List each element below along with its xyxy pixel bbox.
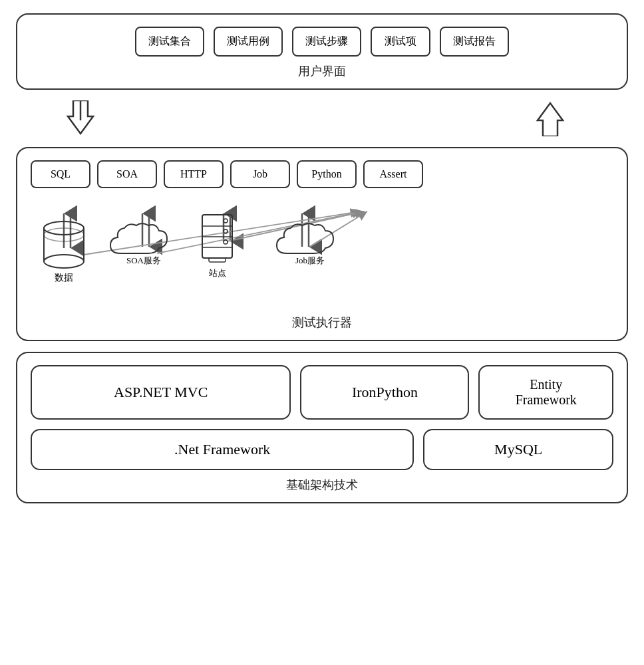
box-soa: SOA bbox=[97, 160, 157, 188]
executor-boxes-row: SQL SOA HTTP Job Python Assert bbox=[31, 160, 613, 188]
soa-cloud: SOA服务 bbox=[107, 220, 180, 267]
arrow-down-left bbox=[63, 100, 98, 136]
svg-point-30 bbox=[224, 219, 228, 223]
svg-point-24 bbox=[44, 255, 84, 268]
job-cloud: Job服务 bbox=[273, 220, 347, 267]
box-test-case: 测试用例 bbox=[214, 27, 283, 57]
infra-mysql: MySQL bbox=[423, 429, 613, 470]
svg-marker-3 bbox=[538, 103, 563, 136]
box-http: HTTP bbox=[164, 160, 224, 188]
box-job: Job bbox=[230, 160, 290, 188]
box-sql: SQL bbox=[31, 160, 90, 188]
ui-layer-label: 用户界面 bbox=[31, 63, 613, 79]
svg-point-31 bbox=[224, 229, 228, 233]
infra-layer: ASP.NET MVC IronPython EntityFramework .… bbox=[16, 352, 628, 503]
infra-entity-framework: EntityFramework bbox=[478, 365, 613, 420]
arrow-up-right bbox=[532, 100, 568, 136]
box-test-report: 测试报告 bbox=[440, 27, 509, 57]
infra-ironpython: IronPython bbox=[300, 365, 469, 420]
diagram-container: 测试集合 测试用例 测试步骤 测试项 测试报告 用户界面 bbox=[16, 13, 628, 503]
ui-layer: 测试集合 测试用例 测试步骤 测试项 测试报告 用户界面 bbox=[16, 13, 628, 90]
database-icon: 数据 bbox=[37, 215, 90, 284]
executor-layer: SQL SOA HTTP Job Python Assert bbox=[16, 147, 628, 341]
box-assert: Assert bbox=[363, 160, 423, 188]
executor-icons-area: 数据 SOA服务 bbox=[31, 201, 613, 308]
svg-point-32 bbox=[224, 240, 228, 244]
executor-layer-label: 测试执行器 bbox=[31, 315, 613, 331]
box-test-step: 测试步骤 bbox=[292, 27, 361, 57]
ui-boxes-row: 测试集合 测试用例 测试步骤 测试项 测试报告 bbox=[31, 27, 613, 57]
box-python: Python bbox=[297, 160, 357, 188]
server-icon: 站点 bbox=[199, 211, 236, 279]
infra-dotnet: .Net Framework bbox=[31, 429, 414, 470]
infra-row-1: ASP.NET MVC IronPython EntityFramework bbox=[31, 365, 613, 420]
server-label: 站点 bbox=[199, 267, 236, 279]
box-test-collection: 测试集合 bbox=[135, 27, 204, 57]
infra-row-2: .Net Framework MySQL bbox=[31, 429, 613, 470]
infra-layer-label: 基础架构技术 bbox=[31, 477, 613, 493]
infra-aspnet: ASP.NET MVC bbox=[31, 365, 291, 420]
box-test-item: 测试项 bbox=[371, 27, 430, 57]
